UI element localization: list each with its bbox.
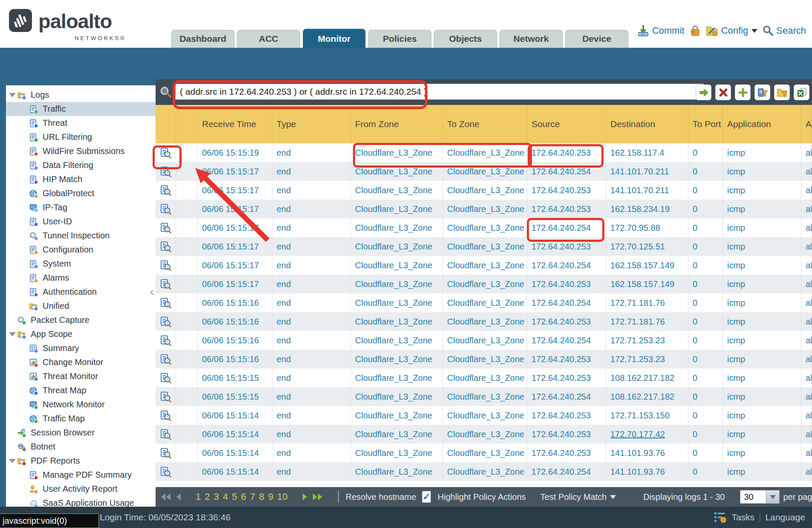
cell-type[interactable]: end (272, 162, 351, 181)
cell-destination[interactable]: 162.158.157.149 (606, 275, 688, 293)
cell-destination[interactable]: 172.71.253.23 (606, 350, 688, 368)
cell-source[interactable]: 172.64.240.254 (527, 293, 606, 312)
sidebar-item-app-scope[interactable]: App Scope (6, 327, 156, 341)
cell-time[interactable]: 06/06 15:15:17 (198, 218, 272, 237)
cell-source[interactable]: 172.64.240.254 (527, 218, 606, 237)
cell-source[interactable]: 172.64.240.253 (527, 312, 606, 331)
cell-time[interactable]: 06/06 15:15:16 (198, 350, 272, 368)
cell-action[interactable]: allow (801, 462, 812, 481)
page-number-6[interactable]: 6 (241, 491, 246, 502)
cell-time[interactable]: 06/06 15:15:17 (198, 237, 272, 256)
sidebar-item-system[interactable]: System (6, 257, 156, 271)
cell-action[interactable]: allow (801, 218, 812, 237)
log-detail-icon[interactable] (156, 162, 176, 181)
cell-action[interactable]: allow (801, 387, 812, 406)
tab-acc[interactable]: ACC (237, 30, 300, 48)
sidebar-item-url-filtering[interactable]: URL Filtering (6, 130, 156, 144)
cell-from-zone[interactable]: Cloudflare_L3_Zone (351, 275, 443, 293)
cell-type[interactable]: end (272, 256, 351, 275)
cell-to-zone[interactable]: Cloudflare_L3_Zone (443, 237, 527, 256)
cell-application[interactable]: icmp (723, 256, 801, 275)
highlight-policy-actions-checkbox[interactable]: ✓ (422, 491, 431, 503)
cell-to-zone[interactable]: Cloudflare_L3_Zone (443, 143, 527, 162)
log-detail-icon[interactable] (156, 143, 176, 162)
cell-application[interactable]: icmp (723, 143, 801, 162)
log-detail-icon[interactable] (156, 218, 176, 237)
log-detail-icon[interactable] (156, 462, 176, 481)
cell-to-port[interactable]: 0 (688, 162, 723, 181)
cell-application[interactable]: icmp (723, 312, 801, 331)
cell-from-zone[interactable]: Cloudflare_L3_Zone (351, 256, 443, 275)
page-number-5[interactable]: 5 (232, 491, 237, 502)
cell-from-zone[interactable]: Cloudflare_L3_Zone (351, 181, 443, 200)
sidebar-item-botnet[interactable]: Botnet (6, 440, 156, 454)
clear-filter-button[interactable] (715, 84, 731, 100)
cell-destination[interactable]: 172.70.95.88 (606, 218, 688, 237)
tab-device[interactable]: Device (565, 30, 628, 48)
sidebar-item-data-filtering[interactable]: Data Filtering (6, 158, 156, 172)
cell-to-port[interactable]: 0 (688, 350, 723, 368)
per-page-select[interactable]: 30 (740, 490, 780, 504)
cell-from-zone[interactable]: Cloudflare_L3_Zone (351, 237, 443, 256)
cell-type[interactable]: end (272, 331, 351, 350)
cell-application[interactable]: icmp (723, 200, 801, 218)
table-row[interactable]: 06/06 15:15:14endCloudflare_L3_ZoneCloud… (156, 444, 812, 462)
cell-action[interactable]: allow (801, 312, 812, 331)
tab-monitor[interactable]: Monitor (303, 29, 366, 48)
cell-destination[interactable]: 162.158.117.4 (606, 143, 688, 162)
cell-application[interactable]: icmp (723, 275, 801, 293)
cell-to-port[interactable]: 0 (688, 462, 723, 481)
cell-time[interactable]: 06/06 15:15:15 (198, 387, 272, 406)
log-detail-icon[interactable] (156, 312, 176, 331)
next-page-button[interactable] (301, 493, 308, 501)
page-number-9[interactable]: 9 (268, 491, 273, 502)
cell-destination[interactable]: 141.101.93.76 (606, 462, 688, 481)
cell-to-port[interactable]: 0 (688, 275, 723, 293)
cell-source[interactable]: 172.64.240.253 (527, 275, 606, 293)
sidebar-item-packet-capture[interactable]: Packet Capture (6, 313, 156, 327)
cell-type[interactable]: end (272, 218, 351, 237)
cell-type[interactable]: end (272, 237, 351, 256)
log-detail-icon[interactable] (156, 200, 176, 218)
column-header-action[interactable]: Action (801, 105, 812, 143)
expander-icon[interactable] (8, 332, 17, 337)
cell-type[interactable]: end (272, 368, 351, 387)
log-detail-icon[interactable] (156, 331, 176, 350)
cell-action[interactable]: allow (801, 275, 812, 293)
cell-action[interactable]: allow (801, 181, 812, 200)
cell-to-zone[interactable]: Cloudflare_L3_Zone (443, 425, 527, 444)
cell-to-zone[interactable]: Cloudflare_L3_Zone (443, 181, 527, 200)
last-page-button[interactable] (312, 493, 324, 501)
cell-destination[interactable]: 172.71.181.76 (606, 312, 688, 331)
footer-tasks-link[interactable]: Tasks (731, 512, 754, 522)
sidebar-collapse-handle[interactable]: ‹ (150, 285, 154, 299)
sidebar-item-summary[interactable]: Summary (6, 341, 156, 355)
cell-to-zone[interactable]: Cloudflare_L3_Zone (443, 162, 527, 181)
sidebar-item-change-monitor[interactable]: Change Monitor (6, 355, 156, 369)
page-number-10[interactable]: 10 (277, 491, 287, 502)
cell-destination[interactable]: 172.70.177.42 (606, 425, 688, 444)
cell-from-zone[interactable]: Cloudflare_L3_Zone (351, 444, 443, 462)
cell-time[interactable]: 06/06 15:15:16 (198, 312, 272, 331)
cell-type[interactable]: end (272, 275, 351, 293)
sidebar-item-threat-map[interactable]: Threat Map (6, 383, 156, 397)
sidebar-item-alarms[interactable]: Alarms (6, 271, 156, 285)
table-row[interactable]: 06/06 15:15:14endCloudflare_L3_ZoneCloud… (156, 462, 812, 481)
log-detail-icon[interactable] (156, 256, 176, 275)
sidebar-item-traffic-map[interactable]: Traffic Map (6, 412, 156, 426)
sidebar-item-ip-tag[interactable]: IP-Tag (6, 200, 156, 215)
cell-to-port[interactable]: 0 (688, 218, 723, 237)
log-detail-icon[interactable] (156, 368, 176, 387)
page-number-7[interactable]: 7 (250, 491, 255, 502)
cell-from-zone[interactable]: Cloudflare_L3_Zone (351, 462, 443, 481)
cell-time[interactable]: 06/06 15:15:14 (198, 444, 272, 462)
cell-destination[interactable]: 162.158.234.19 (606, 200, 688, 218)
cell-from-zone[interactable]: Cloudflare_L3_Zone (351, 312, 443, 331)
cell-application[interactable]: icmp (723, 368, 801, 387)
lock-button[interactable] (690, 25, 701, 37)
cell-action[interactable]: allow (801, 256, 812, 275)
add-filter-button[interactable] (735, 84, 751, 100)
cell-type[interactable]: end (272, 406, 351, 425)
table-row[interactable]: 06/06 15:15:16endCloudflare_L3_ZoneCloud… (156, 293, 812, 312)
cell-source[interactable]: 172.64.240.254 (527, 256, 606, 275)
